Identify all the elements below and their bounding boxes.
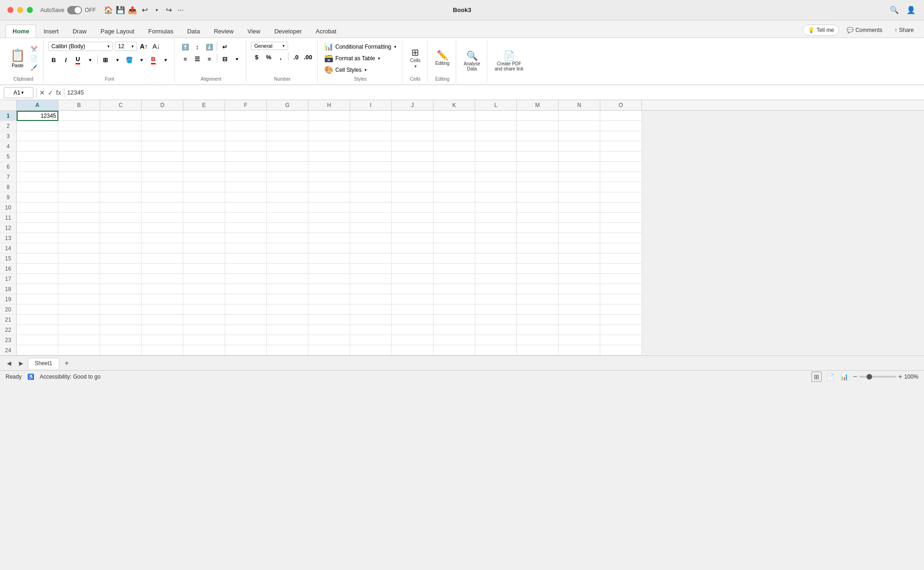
cell-I8[interactable] [350,182,392,192]
cell-F7[interactable] [225,172,267,182]
cell-O12[interactable] [600,223,642,233]
cell-J11[interactable] [392,213,434,223]
cell-M5[interactable] [517,152,559,162]
cell-M3[interactable] [517,131,559,141]
cell-C13[interactable] [100,233,142,243]
insert-function-icon[interactable]: fx [56,89,61,96]
accounting-button[interactable]: $ [251,52,262,62]
cell-N9[interactable] [559,192,600,203]
cell-D22[interactable] [142,325,183,335]
cell-A18[interactable] [17,284,58,294]
cell-G4[interactable] [267,141,308,152]
editing-button[interactable]: ✏️ Editing [433,50,453,67]
tab-formulas[interactable]: Formulas [142,25,180,38]
cell-D6[interactable] [142,162,183,172]
cell-C4[interactable] [100,141,142,152]
merge-cells-dropdown[interactable]: ▾ [231,54,242,64]
cell-J15[interactable] [392,253,434,264]
cell-B20[interactable] [58,304,100,315]
cell-A3[interactable] [17,131,58,141]
cell-F24[interactable] [225,345,267,355]
cell-H21[interactable] [308,315,350,325]
cell-I1[interactable] [350,111,392,121]
row-num-11[interactable]: 11 [0,213,17,223]
cell-I16[interactable] [350,264,392,274]
cell-M8[interactable] [517,182,559,192]
cell-J5[interactable] [392,152,434,162]
cell-E3[interactable] [183,131,225,141]
cell-K14[interactable] [434,243,475,253]
cell-M7[interactable] [517,172,559,182]
cell-E2[interactable] [183,121,225,131]
cell-K17[interactable] [434,274,475,284]
cell-G16[interactable] [267,264,308,274]
increase-decimal-button[interactable]: .0 [290,52,302,62]
align-left-button[interactable]: ≡ [180,54,191,64]
cell-N2[interactable] [559,121,600,131]
cell-A11[interactable] [17,213,58,223]
cell-M1[interactable] [517,111,559,121]
cell-A9[interactable] [17,192,58,203]
col-header-G[interactable]: G [267,100,308,110]
cell-D1[interactable] [142,111,183,121]
cell-D24[interactable] [142,345,183,355]
cell-I15[interactable] [350,253,392,264]
cell-O2[interactable] [600,121,642,131]
tab-data[interactable]: Data [181,25,206,38]
cell-J17[interactable] [392,274,434,284]
cell-E12[interactable] [183,223,225,233]
cell-O19[interactable] [600,294,642,304]
cell-I22[interactable] [350,325,392,335]
cell-O9[interactable] [600,192,642,203]
cell-L15[interactable] [475,253,517,264]
cell-O5[interactable] [600,152,642,162]
cell-N17[interactable] [559,274,600,284]
cell-C19[interactable] [100,294,142,304]
tell-me-button[interactable]: 💡 Tell me [803,25,839,36]
cell-F17[interactable] [225,274,267,284]
page-break-view-button[interactable]: 📊 [839,372,849,382]
row-num-24[interactable]: 24 [0,345,17,355]
cell-F2[interactable] [225,121,267,131]
row-num-13[interactable]: 13 [0,233,17,243]
cell-I7[interactable] [350,172,392,182]
cell-J22[interactable] [392,325,434,335]
cell-E24[interactable] [183,345,225,355]
row-num-19[interactable]: 19 [0,294,17,304]
format-painter-button[interactable]: 🖌️ [29,63,39,72]
col-header-K[interactable]: K [434,100,475,110]
cell-C14[interactable] [100,243,142,253]
cell-I6[interactable] [350,162,392,172]
cell-O15[interactable] [600,253,642,264]
col-header-F[interactable]: F [225,100,267,110]
cell-E5[interactable] [183,152,225,162]
cell-A2[interactable] [17,121,58,131]
cell-N23[interactable] [559,335,600,345]
cell-G17[interactable] [267,274,308,284]
sheet-tab-sheet1[interactable]: Sheet1 [28,358,59,369]
cell-E14[interactable] [183,243,225,253]
formula-input[interactable] [67,87,920,98]
cell-I20[interactable] [350,304,392,315]
cell-F16[interactable] [225,264,267,274]
cell-J18[interactable] [392,284,434,294]
cell-N4[interactable] [559,141,600,152]
cell-G6[interactable] [267,162,308,172]
cell-O8[interactable] [600,182,642,192]
cell-L13[interactable] [475,233,517,243]
cell-O6[interactable] [600,162,642,172]
cell-D4[interactable] [142,141,183,152]
cell-K16[interactable] [434,264,475,274]
cell-C6[interactable] [100,162,142,172]
cell-H4[interactable] [308,141,350,152]
cell-E20[interactable] [183,304,225,315]
cell-K23[interactable] [434,335,475,345]
cell-A22[interactable] [17,325,58,335]
cell-O23[interactable] [600,335,642,345]
cell-G23[interactable] [267,335,308,345]
col-header-L[interactable]: L [475,100,517,110]
font-color-dropdown[interactable]: ▾ [160,55,171,65]
tab-insert[interactable]: Insert [37,25,65,38]
row-num-3[interactable]: 3 [0,131,17,141]
cell-N5[interactable] [559,152,600,162]
